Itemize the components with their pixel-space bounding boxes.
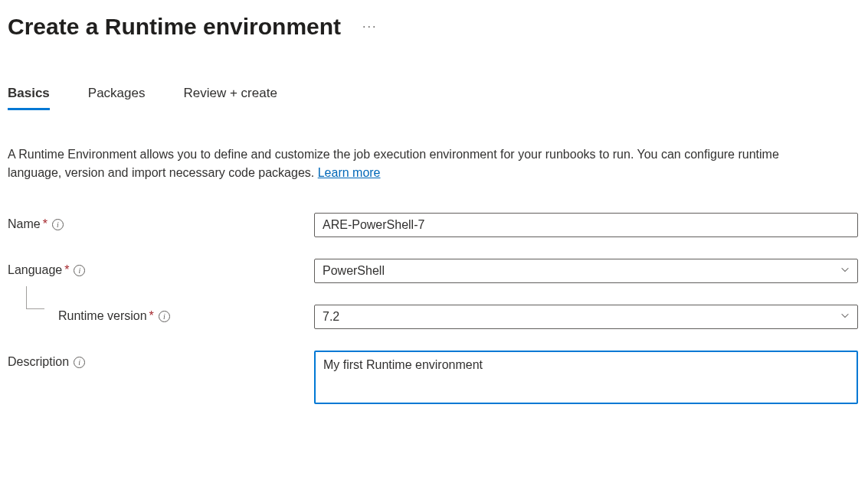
- info-icon[interactable]: i: [159, 311, 170, 322]
- tab-packages[interactable]: Packages: [88, 86, 146, 109]
- description-label: Description: [8, 355, 69, 369]
- intro-text: A Runtime Environment allows you to defi…: [8, 145, 835, 182]
- page-title: Create a Runtime environment: [8, 14, 341, 40]
- required-indicator: *: [64, 263, 69, 277]
- runtime-version-label: Runtime version: [58, 309, 147, 323]
- info-icon[interactable]: i: [52, 219, 64, 230]
- name-input[interactable]: [314, 213, 858, 237]
- more-actions-button[interactable]: ···: [356, 17, 383, 37]
- required-indicator: *: [43, 217, 47, 231]
- learn-more-link[interactable]: Learn more: [318, 166, 381, 179]
- language-select[interactable]: PowerShell: [314, 259, 858, 283]
- nest-connector: [26, 286, 44, 309]
- tab-review-create[interactable]: Review + create: [184, 86, 277, 109]
- name-label: Name: [8, 217, 41, 231]
- tab-bar: Basics Packages Review + create: [8, 86, 860, 109]
- info-icon[interactable]: i: [74, 265, 85, 276]
- info-icon[interactable]: i: [74, 357, 85, 368]
- required-indicator: *: [149, 309, 154, 323]
- runtime-version-select[interactable]: 7.2: [314, 305, 858, 329]
- language-label: Language: [8, 263, 62, 277]
- tab-basics[interactable]: Basics: [8, 86, 50, 109]
- description-textarea[interactable]: [314, 351, 858, 404]
